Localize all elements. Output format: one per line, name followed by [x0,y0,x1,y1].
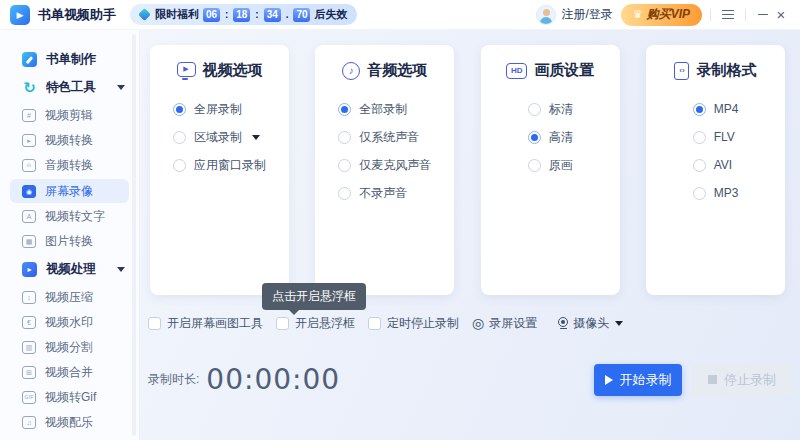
video-to-gif-icon: GIF [22,391,36,404]
sidebar-item-12[interactable]: ⊞视频合并 [0,360,139,385]
sidebar-item-5[interactable]: ◉屏幕录像 [10,179,129,203]
sidebar-item-6[interactable]: A视频转文字 [0,204,139,229]
sidebar-item-label: 特色工具 [46,79,96,96]
titlebar-divider [710,9,711,21]
sidebar-item-10[interactable]: €视频水印 [0,310,139,335]
sidebar-item-label: 视频分割 [45,339,93,356]
radio-unselected-icon [338,159,351,172]
countdown-separator: : [225,9,228,20]
camera-label: 摄像头 [573,315,609,332]
stop-record-button[interactable]: 停止录制 [692,364,792,396]
radio-unselected-icon [693,159,706,172]
buy-vip-button[interactable]: ♛ 购买VIP [621,4,702,26]
stop-icon [708,375,717,384]
chevron-down-icon [117,267,125,272]
sidebar-item-2[interactable]: #视频剪辑 [0,103,139,128]
radio-option-0-2[interactable]: 应用窗口录制 [173,151,266,179]
sidebar-item-7[interactable]: ▦图片转换 [0,229,139,254]
minimize-icon[interactable] [754,6,772,24]
radio-option-2-1[interactable]: 高清 [528,123,573,151]
radio-option-2-2[interactable]: 原画 [528,151,573,179]
card-quality-settings: HD 画质设置 标清高清原画 [481,45,620,295]
chevron-down-icon [117,85,125,90]
radio-unselected-icon [693,187,706,200]
monitor-play-icon: ▶ [177,62,196,77]
radio-label: 仅麦克风声音 [359,157,431,174]
radio-label: 全部录制 [359,101,407,118]
radio-option-3-2[interactable]: AVI [693,151,739,179]
duration-value: 00:00:00 [206,363,340,396]
radio-group-audio: 全部录制仅系统声音仅麦克风声音不录声音 [338,95,431,207]
sidebar-item-11[interactable]: ▥视频分割 [0,335,139,360]
camera-dropdown[interactable]: 摄像头 [558,315,623,332]
login-register-link[interactable]: 注册/登录 [561,6,612,23]
footer-bar: 录制时长: 00:00:00 开始录制 停止录制 [148,363,792,396]
tools-swirl-icon: ↻ [22,80,37,95]
radio-label: 原画 [549,157,573,174]
record-settings-label: 录屏设置 [489,315,537,332]
radio-option-1-1[interactable]: 仅系统声音 [338,123,431,151]
radio-selected-icon [528,131,541,144]
sidebar-item-label: 视频水印 [45,314,93,331]
countdown-separator: . [286,9,289,20]
hamburger-lines [722,10,734,20]
play-icon [605,375,613,385]
radio-option-3-3[interactable]: MP3 [693,179,739,207]
radio-option-0-1[interactable]: 区域录制 [173,123,266,151]
radio-option-2-0[interactable]: 标清 [528,95,573,123]
checkbox-unchecked-icon [276,317,289,330]
radio-unselected-icon [173,159,186,172]
sidebar-item-label: 视频转文字 [45,208,105,225]
sidebar-item-1[interactable]: ↻特色工具 [0,75,139,100]
card-header: ▶ 视频选项 [150,61,289,80]
sidebar-item-4[interactable]: ılı音频转换 [0,153,139,178]
stop-record-label: 停止录制 [724,371,776,389]
video-watermark-icon: € [22,316,36,329]
radio-label: 标清 [549,101,573,118]
sidebar-item-9[interactable]: ↕视频压缩 [0,285,139,310]
app-title: 书单视频助手 [38,6,116,24]
close-icon[interactable]: × [772,6,790,24]
checkbox-label: 定时停止录制 [387,315,459,332]
chevron-down-icon [252,135,260,140]
sidebar-item-13[interactable]: GIF视频转Gif [0,385,139,410]
sidebar: 书单制作↻特色工具#视频剪辑▸视频转换ılı音频转换◉屏幕录像A视频转文字▦图片… [0,30,140,440]
record-settings-button[interactable]: ◎ 录屏设置 [472,315,537,332]
sidebar-item-3[interactable]: ▸视频转换 [0,128,139,153]
card-record-format: ‹› 录制格式 MP4FLVAVIMP3 [646,45,785,295]
radio-unselected-icon [338,131,351,144]
title-bar: ▶ 书单视频助手 限时福利 06 : 18 : 34 . 70 后失效 注册/登… [0,0,800,30]
radio-group-video: 全屏录制区域录制应用窗口录制 [173,95,266,179]
radio-label: 区域录制 [194,129,242,146]
start-record-button[interactable]: 开始录制 [594,364,682,396]
radio-option-0-0[interactable]: 全屏录制 [173,95,266,123]
option-checkbox-1[interactable]: 开启悬浮框 [276,315,355,332]
radio-option-1-3[interactable]: 不录声音 [338,179,431,207]
video-crop-icon: # [22,109,36,122]
radio-selected-icon [338,103,351,116]
radio-label: 应用窗口录制 [194,157,266,174]
sidebar-item-8[interactable]: ▸视频处理 [0,257,139,282]
app-logo-icon: ▶ [10,5,30,25]
screen-record-icon: ◉ [22,185,36,198]
option-checkbox-2[interactable]: 定时停止录制 [368,315,459,332]
checkbox-unchecked-icon [368,317,381,330]
hd-badge-icon: HD [506,63,527,79]
radio-group-quality: 标清高清原画 [528,95,573,179]
radio-option-3-1[interactable]: FLV [693,123,739,151]
option-checkbox-0[interactable]: 开启屏幕画图工具 [148,315,263,332]
radio-option-1-2[interactable]: 仅麦克风声音 [338,151,431,179]
sidebar-scrollbar[interactable] [132,34,136,436]
card-header: ♪ 音频选项 [315,61,454,80]
sidebar-item-label: 图片转换 [45,233,93,250]
hamburger-menu-icon[interactable] [719,6,737,24]
sidebar-item-0[interactable]: 书单制作 [0,47,139,72]
radio-group-format: MP4FLVAVIMP3 [693,95,739,207]
radio-option-1-0[interactable]: 全部录制 [338,95,431,123]
sidebar-item-14[interactable]: ♫视频配乐 [0,410,139,435]
promo-countdown-banner[interactable]: 限时福利 06 : 18 : 34 . 70 后失效 [130,4,357,25]
sidebar-item-15[interactable]: ≫视频变速 [0,435,139,440]
promo-suffix: 后失效 [314,7,347,22]
user-avatar[interactable] [536,5,556,25]
radio-option-3-0[interactable]: MP4 [693,95,739,123]
